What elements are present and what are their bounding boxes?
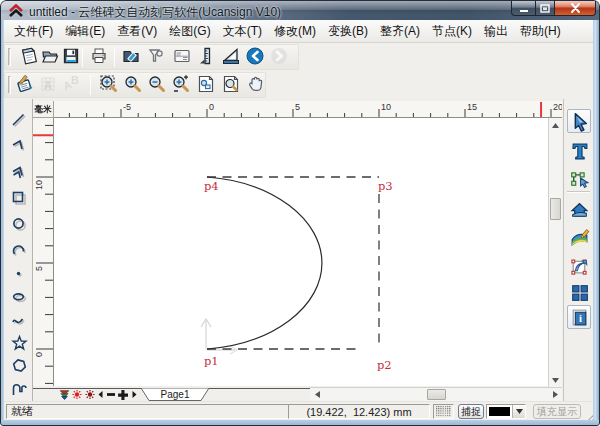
- zoom-scale-button[interactable]: [170, 73, 192, 95]
- scroll-up-button[interactable]: [549, 118, 562, 132]
- line-tool-icon: [9, 110, 29, 130]
- set-square-button[interactable]: [220, 45, 242, 67]
- menu-item-7[interactable]: 变换(B): [322, 20, 374, 43]
- scroll-right-button[interactable]: [548, 388, 562, 401]
- text-tool[interactable]: [567, 138, 591, 162]
- arrow-left-icon: [315, 391, 320, 398]
- zoom-in-button[interactable]: [122, 73, 144, 95]
- point-tool[interactable]: [8, 263, 29, 284]
- maximize-button[interactable]: [535, 1, 555, 16]
- write-text-button[interactable]: [14, 73, 36, 95]
- page-tab[interactable]: Page1: [140, 388, 210, 401]
- arc-tool[interactable]: [8, 239, 29, 260]
- svg-text:i: i: [579, 313, 582, 324]
- text-grid-button[interactable]: A: [37, 73, 59, 95]
- scroll-left-button[interactable]: [310, 388, 324, 401]
- horizontal-scrollbar[interactable]: [310, 387, 562, 401]
- window-border-left: [1, 19, 4, 425]
- letters-ab-icon: AB: [62, 74, 82, 94]
- close-button[interactable]: [555, 1, 596, 16]
- color-selector[interactable]: [486, 404, 526, 419]
- spline-tool[interactable]: [8, 309, 29, 330]
- line-tool[interactable]: [8, 109, 29, 130]
- path-tool[interactable]: [8, 378, 29, 399]
- new-document-button[interactable]: [18, 45, 40, 67]
- select-tool[interactable]: [567, 109, 591, 133]
- node-edit-tool[interactable]: [567, 165, 591, 189]
- transform-tool[interactable]: [567, 253, 591, 277]
- grid-toggle[interactable]: [433, 404, 454, 419]
- name-card-button[interactable]: [171, 45, 193, 67]
- add-page-button[interactable]: [117, 389, 128, 400]
- sun-red-button[interactable]: [71, 389, 83, 400]
- circle-tool[interactable]: [8, 213, 29, 234]
- layers-button[interactable]: [58, 389, 71, 400]
- status-ready-text: 就绪: [11, 404, 33, 419]
- drawing-canvas[interactable]: p1p2p3p4: [54, 118, 548, 386]
- title-bar[interactable]: untitled - 云维碑文自动刻写软件(Ucansign V10): [1, 1, 599, 20]
- menu-item-8[interactable]: 整齐(A): [374, 20, 426, 43]
- toolbar-grip[interactable]: [8, 76, 11, 94]
- home-view-tool[interactable]: [567, 197, 591, 221]
- prev-page-icon: [96, 389, 106, 400]
- polyline-tool[interactable]: [8, 135, 29, 156]
- redo-button[interactable]: [268, 45, 290, 67]
- sun-red-icon: [71, 389, 83, 400]
- horizontal-ruler-scale: -505101520: [54, 101, 562, 117]
- menu-item-1[interactable]: 文件(F): [8, 20, 59, 43]
- horizontal-scroll-thumb[interactable]: [427, 389, 446, 400]
- forward-circle-icon: [269, 46, 289, 66]
- remove-page-button[interactable]: [106, 389, 116, 400]
- menu-item-9[interactable]: 节点(K): [426, 20, 478, 43]
- minimize-button[interactable]: [511, 1, 535, 16]
- pan-button[interactable]: [245, 73, 267, 95]
- import-button[interactable]: [120, 45, 142, 67]
- menu-item-6[interactable]: 修改(M): [268, 20, 322, 43]
- star-tool[interactable]: [8, 332, 29, 353]
- ellipse-tool-icon: [9, 287, 29, 307]
- menu-item-4[interactable]: 绘图(G): [163, 20, 216, 43]
- print-button[interactable]: [88, 45, 110, 67]
- ellipse-tool[interactable]: [8, 286, 29, 307]
- fill-display-button[interactable]: 填充显示: [533, 404, 581, 419]
- zoom-page-button[interactable]: [220, 73, 242, 95]
- toolbar-grip[interactable]: [8, 48, 11, 66]
- material-tool[interactable]: [567, 225, 591, 249]
- pick-tool-button[interactable]: [145, 45, 167, 67]
- select-arrow-icon: [569, 111, 590, 132]
- undo-button[interactable]: [244, 45, 266, 67]
- measure-ruler-button[interactable]: [196, 45, 218, 67]
- page-tab-strip: Page1: [33, 387, 310, 401]
- polygon-tool[interactable]: [8, 355, 29, 376]
- scroll-down-button[interactable]: [549, 373, 562, 387]
- four-squares-icon: [569, 282, 590, 303]
- multi-polyline-tool[interactable]: [8, 161, 29, 182]
- prev-page-button[interactable]: [96, 389, 106, 400]
- toolbar-separator: [114, 47, 115, 67]
- printer-icon: [89, 46, 109, 66]
- zoom-objects-button[interactable]: [195, 73, 217, 95]
- menu-item-3[interactable]: 查看(V): [111, 20, 163, 43]
- save-file-button[interactable]: [60, 45, 82, 67]
- menu-item-11[interactable]: 帮助(H): [514, 20, 567, 43]
- zoom-window-button[interactable]: [98, 73, 120, 95]
- close-icon: [555, 1, 595, 15]
- vertical-scroll-thumb[interactable]: [550, 198, 561, 220]
- sun-dark-button[interactable]: [84, 389, 96, 400]
- menu-item-5[interactable]: 文本(T): [217, 20, 268, 43]
- menu-item-10[interactable]: 输出: [478, 20, 514, 43]
- toolbar-zoom: AAB: [4, 71, 593, 99]
- info-tool[interactable]: i: [567, 305, 591, 329]
- next-page-button[interactable]: [129, 389, 139, 400]
- color-dropdown-button[interactable]: [512, 405, 525, 418]
- zoom-out-button[interactable]: [146, 73, 168, 95]
- tile-tool[interactable]: [567, 280, 591, 304]
- snap-button[interactable]: 捕捉: [458, 404, 484, 419]
- menu-item-2[interactable]: 编辑(E): [59, 20, 111, 43]
- horizontal-ruler: -505101520: [54, 101, 562, 118]
- open-file-button[interactable]: [39, 45, 61, 67]
- rectangle-tool[interactable]: [8, 187, 29, 208]
- vertical-scrollbar[interactable]: [548, 118, 562, 387]
- menu-bar: 文件(F)编辑(E)查看(V)绘图(G)文本(T)修改(M)变换(B)整齐(A)…: [4, 20, 593, 43]
- text-rotate-button[interactable]: AB: [61, 73, 83, 95]
